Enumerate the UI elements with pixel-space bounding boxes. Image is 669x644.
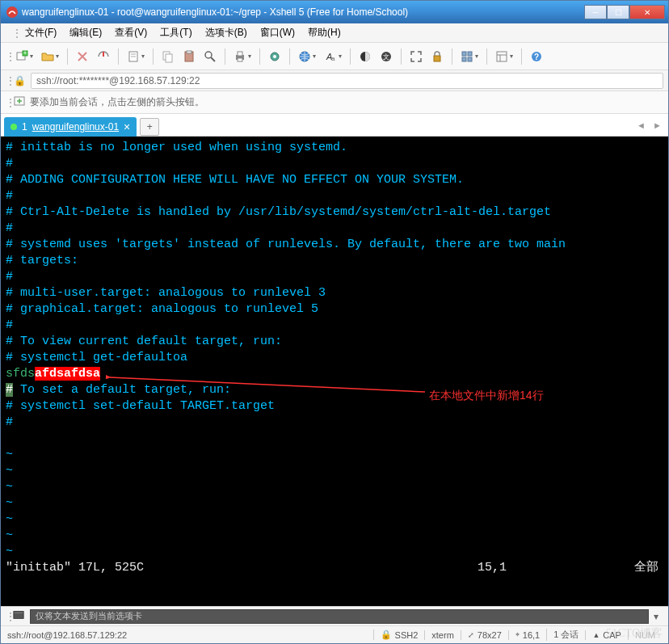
terminal-line: # xyxy=(6,188,663,204)
settings-button[interactable] xyxy=(265,47,284,66)
status-dot-icon xyxy=(11,124,17,130)
terminal-line: # ADDING CONFIGURATION HERE WILL HAVE NO… xyxy=(6,172,663,188)
terminal-line: ~ xyxy=(6,528,663,544)
tile-button[interactable]: ▾ xyxy=(457,47,482,66)
window-title: wangruifenglinux-01 - root@wangruifengli… xyxy=(22,6,584,18)
grip-icon: ⋮ xyxy=(6,97,11,108)
terminal-line: # systemd uses 'targets' instead of runl… xyxy=(6,237,663,253)
tab-close-icon[interactable]: × xyxy=(124,120,130,133)
globe-button[interactable]: ▾ xyxy=(295,47,319,66)
minimize-button[interactable]: ─ xyxy=(584,5,607,19)
maximize-button[interactable]: ☐ xyxy=(607,5,629,19)
terminal-line: # graphical.target: analogous to runleve… xyxy=(6,301,663,318)
terminal-line: # xyxy=(6,221,663,237)
print-button[interactable]: ▾ xyxy=(230,47,255,66)
toolbar: ⋮ +▾ ▾ ▾ ▾ ▾ Aa▾ 文 ▾ ▾ ? xyxy=(1,43,668,70)
input-dropdown[interactable]: ▾ xyxy=(649,611,663,622)
menu-view[interactable]: 查看(V) xyxy=(110,24,152,41)
grip-icon: ⋮ xyxy=(7,26,17,40)
font-button[interactable]: Aa▾ xyxy=(321,47,345,66)
paste-button[interactable] xyxy=(179,47,199,66)
menu-window[interactable]: 窗口(W) xyxy=(255,24,300,41)
status-ssh: 🔒SSH2 xyxy=(373,629,425,640)
terminal-line: ~ xyxy=(6,447,663,463)
menu-help[interactable]: 帮助(H) xyxy=(303,24,346,41)
menu-edit[interactable]: 编辑(E) xyxy=(65,24,107,41)
lock-icon: 🔒 xyxy=(381,629,392,640)
svg-text:+: + xyxy=(23,50,27,56)
svg-rect-8 xyxy=(166,54,172,62)
command-input[interactable]: 仅将文本发送到当前选项卡 xyxy=(30,609,649,624)
grip-icon: ⋮ xyxy=(6,611,11,622)
terminal-line: # systemctl get-defaultoa xyxy=(6,350,663,366)
input-bar: ⋮ 仅将文本发送到当前选项卡 ▾ xyxy=(1,606,668,625)
window-buttons: ─ ☐ ✕ xyxy=(584,5,665,19)
svg-rect-29 xyxy=(497,52,507,61)
layout-button[interactable]: ▾ xyxy=(492,47,516,66)
terminal-line: # multi-user.target: analogous to runlev… xyxy=(6,285,663,301)
menubar: ⋮ 文件(F) 编辑(E) 查看(V) 工具(T) 选项卡(B) 窗口(W) 帮… xyxy=(1,23,668,43)
status-connection: ssh://root@192.168.57.129:22 xyxy=(7,630,373,640)
menu-tabs[interactable]: 选项卡(B) xyxy=(200,24,252,41)
tab-label: wangruifenglinux-01 xyxy=(32,121,119,133)
svg-rect-10 xyxy=(187,51,191,53)
svg-text:a: a xyxy=(331,55,335,62)
tab-nav-arrows[interactable]: ◄ ► xyxy=(637,120,665,130)
svg-text:?: ? xyxy=(534,53,539,61)
close-button[interactable]: ✕ xyxy=(629,5,665,19)
menu-tools[interactable]: 工具(T) xyxy=(155,24,196,41)
help-button[interactable]: ? xyxy=(527,47,546,66)
disconnect-button[interactable] xyxy=(94,47,113,66)
watermark: 51CTO博客 xyxy=(606,626,663,641)
status-size: ⤢ 78x27 xyxy=(461,630,508,640)
address-value: ssh://root:********@192.168.57.129:22 xyxy=(36,75,200,86)
fullscreen-button[interactable] xyxy=(406,47,426,66)
tabbar: 1 wangruifenglinux-01 × + ◄ ► xyxy=(1,114,668,137)
terminal-line: # xyxy=(6,156,663,172)
terminal-line: # xyxy=(6,415,663,431)
titlebar: wangruifenglinux-01 - root@wangruifengli… xyxy=(1,1,668,23)
menu-file[interactable]: 文件(F) xyxy=(20,24,61,41)
reconnect-button[interactable] xyxy=(73,47,92,66)
new-tab-button[interactable]: + xyxy=(140,118,159,136)
color-scheme-button[interactable] xyxy=(356,47,375,66)
terminal-line: sfdsafdsafdsa xyxy=(6,366,663,382)
annotation-text: 在本地文件中新增14行 xyxy=(429,387,544,403)
vim-status-line: "inittab" 17L, 525C15,1全部 xyxy=(6,560,663,576)
status-term: xterm xyxy=(424,630,461,640)
status-sessions: 1 会话 xyxy=(546,629,585,641)
svg-point-11 xyxy=(205,52,212,58)
addressbar: ⋮ 🔒 ssh://root:********@192.168.57.129:2… xyxy=(1,70,668,91)
infobar: ⋮ 要添加当前会话，点击左侧的箭头按钮。 xyxy=(1,91,668,114)
address-input[interactable]: ssh://root:********@192.168.57.129:22 xyxy=(31,73,663,89)
find-button[interactable] xyxy=(200,47,220,66)
properties-button[interactable]: ▾ xyxy=(124,47,148,66)
input-placeholder: 仅将文本发送到当前选项卡 xyxy=(36,610,142,622)
svg-rect-26 xyxy=(468,52,472,56)
terminal-line: ~ xyxy=(6,511,663,528)
session-tab[interactable]: 1 wangruifenglinux-01 × xyxy=(4,117,137,137)
terminal-line: # xyxy=(6,269,663,285)
terminal-line: ~ xyxy=(6,463,663,479)
app-window: wangruifenglinux-01 - root@wangruifengli… xyxy=(0,0,669,644)
terminal[interactable]: # inittab is no longer used when using s… xyxy=(1,137,668,606)
session-add-icon[interactable] xyxy=(14,95,27,110)
lock-button[interactable] xyxy=(427,47,447,66)
terminal-line: # To set a default target, run: xyxy=(6,382,663,398)
svg-line-12 xyxy=(211,57,215,61)
infobar-text: 要添加当前会话，点击左侧的箭头按钮。 xyxy=(30,95,204,109)
terminal-line: ~ xyxy=(6,544,663,560)
terminal-line: # To view current default target, run: xyxy=(6,334,663,350)
copy-button[interactable] xyxy=(158,47,178,66)
open-button[interactable]: ▾ xyxy=(38,47,62,66)
terminal-line: ~ xyxy=(6,495,663,511)
terminal-line: ~ xyxy=(6,479,663,495)
status-cursor: ⌖ 16,1 xyxy=(508,630,546,640)
svg-rect-27 xyxy=(462,57,466,61)
lock-icon: 🔒 xyxy=(14,75,26,86)
svg-rect-15 xyxy=(238,58,242,61)
new-session-button[interactable]: +▾ xyxy=(12,47,36,66)
app-icon xyxy=(6,6,19,19)
encoding-button[interactable]: 文 xyxy=(377,47,396,66)
send-icon[interactable] xyxy=(13,609,24,623)
